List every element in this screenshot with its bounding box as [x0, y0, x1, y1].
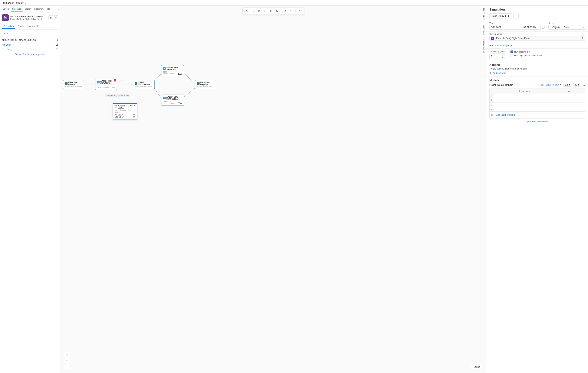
node-aa1064-san-dfw[interactable]: ✈ AA1064 SAN->DFW 2018... 1538 Departure… — [161, 65, 184, 76]
model-link[interactable]: Flight_Delay_Impact ▼ — [539, 83, 562, 86]
canvas-area[interactable]: ⊙ ✂ ✦ ◎ ⊗ ↺ ↻ ? — [60, 6, 486, 373]
svg-line-11 — [105, 88, 121, 105]
sub-tabs: Properties Series Events 0 — [0, 23, 60, 30]
scope-select[interactable]: ⊻ Objects on Graph ✕ — [548, 25, 586, 30]
initial-value-3 — [494, 102, 555, 107]
time-input[interactable] — [522, 25, 541, 30]
tab-info[interactable]: Info — [45, 7, 52, 11]
a-col-4 — [555, 107, 585, 111]
add-scenario-btn[interactable]: ⊕ Add scenario — [489, 71, 585, 75]
add-model-btn[interactable]: ⊕ + Add new model — [489, 119, 585, 124]
connections-svg — [60, 6, 486, 373]
filter-area — [0, 30, 60, 38]
model-version[interactable]: 2.2 ▼ — [564, 83, 572, 87]
date-input[interactable] — [489, 25, 521, 30]
add-col-btn[interactable]: + — [570, 90, 572, 92]
table-row: 2 — [490, 98, 585, 102]
initial-value-1 — [494, 93, 555, 98]
drop-btn[interactable]: ◎ — [268, 9, 273, 14]
node-aa1004-main[interactable]: 1 ✈ AA1004 SFO->DFW 2018... GT32 Departu… — [95, 79, 117, 90]
actions-hint: To add actions, first create a scenario — [489, 67, 585, 70]
show-more-btn[interactable]: Show 15 additional properties — [0, 51, 60, 57]
sub-tab-events[interactable]: Events 0 — [26, 24, 41, 29]
node-dfw[interactable]: 📍 [DFW] Dallas/Fort W... [Example Data] … — [133, 80, 155, 89]
toolbar: ⊙ ✂ ✦ ◎ ⊗ ↺ ↻ ? — [242, 8, 304, 15]
stepper-input[interactable] — [490, 54, 501, 58]
series-btn[interactable]: Series — [471, 365, 483, 369]
tab-layers[interactable]: Layers — [1, 7, 11, 11]
fit-btn[interactable]: ⤢ — [64, 352, 69, 357]
add-case-study-btn[interactable]: + — [513, 13, 519, 19]
section-add-btn[interactable]: + — [57, 39, 58, 42]
use-original-label[interactable]: Use Original Simulation Panel — [511, 54, 542, 57]
use-original-checkbox[interactable] — [511, 54, 513, 57]
scope-clear-btn[interactable]: ✕ — [583, 26, 584, 29]
zoom-in-btn[interactable]: + — [64, 358, 69, 363]
model-table: Initial value A + 1 — [489, 89, 585, 119]
initial-value-2 — [494, 98, 555, 102]
model-config-btn[interactable]: Model Config — [482, 6, 486, 23]
tab-histogram[interactable]: Histogram — [33, 7, 45, 11]
title-bar: Flight Delay Template* ... — [0, 0, 588, 6]
node-sfo[interactable]: 📍 [SFO] San Francisc... [Example Data] A… — [63, 80, 84, 89]
smoothing-group: Smoothing (min) ▲ ▼ — [489, 50, 505, 59]
filter-input[interactable] — [2, 31, 58, 36]
prop-arr-delay-value: 85 — [56, 43, 58, 46]
model-more-btn[interactable]: ... — [583, 83, 585, 86]
sub-tab-series[interactable]: Series — [16, 24, 25, 29]
prop-dep-delay-name[interactable]: Dep Delay — [2, 48, 12, 50]
row-num-2: 2 — [490, 98, 494, 102]
row-num-3: 3 — [490, 102, 494, 107]
time-field-group: Time 🕐 — [489, 22, 545, 30]
stepper-up[interactable]: ▲ — [501, 54, 505, 56]
models-title: Models — [489, 79, 585, 82]
sub-tab-properties[interactable]: Properties — [2, 24, 15, 29]
node-icon — [2, 14, 9, 21]
stepper-down[interactable]: ▼ — [501, 56, 505, 59]
zoom-out-btn[interactable]: − — [64, 364, 69, 369]
prop-arr-delay-name[interactable]: Arr Delay — [2, 43, 11, 46]
simulation-btn[interactable]: Simulation — [482, 23, 486, 37]
current-value-section: Current value ▦ [Example Data] Flight De… — [486, 32, 588, 43]
sim-title: Simulation — [489, 8, 585, 11]
actions-section: Actions To add actions, first create a s… — [486, 61, 588, 77]
redo-btn[interactable]: ↻ — [289, 9, 294, 14]
case-study-btn[interactable]: Case Study 1 ▼ — [489, 13, 512, 19]
models-section: Models Flight_Delay_Impact Flight_Delay_… — [486, 77, 588, 126]
model-row: Flight_Delay_Impact Flight_Delay_Impact … — [489, 83, 585, 87]
node-edit-btn[interactable]: ✎ — [54, 15, 58, 20]
title-dot: ... — [25, 2, 27, 4]
star-btn[interactable]: ✦ — [262, 9, 267, 14]
cut-btn[interactable]: ✂ — [250, 9, 255, 14]
hide-advanced-btn[interactable]: Hide advanced options — [489, 44, 512, 47]
tab-search[interactable]: Search — [23, 7, 33, 11]
close-circle-btn[interactable]: ⊗ — [274, 9, 280, 14]
model-name: Flight_Delay_Impact — [489, 83, 537, 86]
add-io-btn[interactable]: ⊕ + Add input or output — [491, 112, 583, 118]
svg-rect-4 — [4, 17, 5, 18]
toolbar-sep-2 — [295, 9, 296, 13]
side-buttons: Model Config Simulation Search Around — [482, 6, 486, 55]
cv-value: 1 — [582, 37, 583, 40]
col-a: A + — [555, 89, 585, 93]
undo-btn[interactable]: ↺ — [283, 9, 288, 14]
model-config[interactable]: c0 ▼ — [573, 83, 581, 87]
run-baseline-checkbox[interactable]: ✓ — [511, 50, 513, 53]
run-baseline-label[interactable]: ✓ Run baseline sim — [511, 50, 542, 53]
node-aa1004-selected[interactable]: ▦ AA1004 SFO->DFW 2018... [Example Data]… — [113, 103, 137, 120]
link-btn[interactable] — [256, 9, 261, 14]
clock-icon[interactable]: 🕐 — [541, 26, 545, 29]
search-around-btn[interactable]: Search Around — [482, 37, 486, 55]
tab-selection[interactable]: Selection — [11, 7, 23, 11]
events-badge: 0 — [36, 25, 39, 28]
node-view-btn[interactable]: ◉ — [48, 15, 53, 20]
smoothing-label: Smoothing (min) — [489, 50, 505, 53]
main-area: Layers Selection Search Histogram Info « — [0, 6, 588, 373]
node-san[interactable]: 📍 [SAN] San Diego In... [Example Data] A… — [195, 80, 216, 89]
run-baseline-group: ✓ Run baseline sim Use Original Simulati… — [511, 50, 542, 57]
target-btn[interactable]: ⊙ — [244, 9, 249, 14]
collapse-btn[interactable]: « — [57, 8, 59, 10]
property-row: Dep Delay 95 — [2, 47, 58, 51]
help-btn[interactable]: ? — [297, 9, 303, 14]
node-aa1064-dfw-san[interactable]: ✈ AA1064 DFW->SAN 2018... 0944 Departure… — [161, 95, 184, 106]
